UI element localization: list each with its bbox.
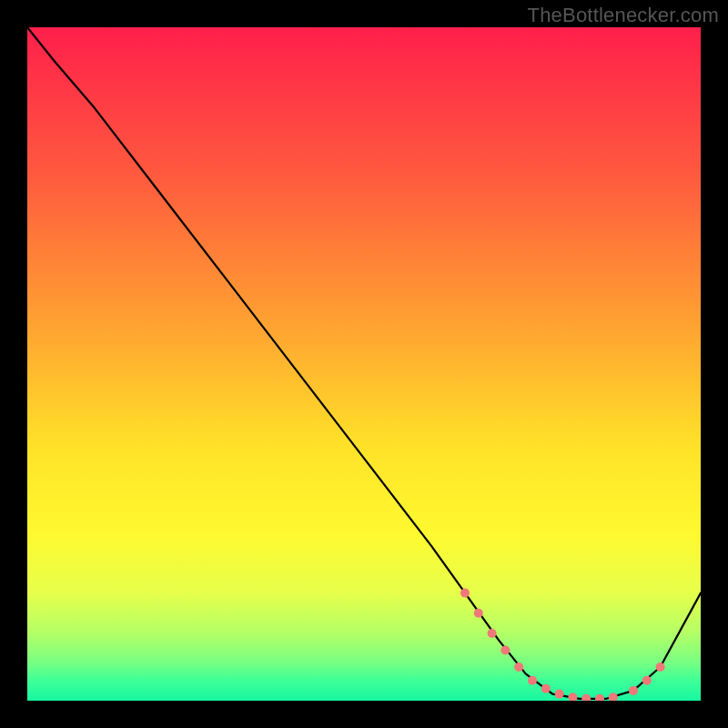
highlight-marker (656, 662, 665, 672)
highlight-marker (629, 686, 638, 695)
highlight-marker (474, 609, 483, 618)
chart-frame: TheBottlenecker.com (0, 0, 728, 728)
highlight-marker (642, 676, 652, 685)
gradient-background (27, 27, 701, 701)
highlight-marker (528, 676, 537, 685)
highlight-marker (514, 662, 523, 672)
highlight-marker (555, 690, 564, 699)
highlight-marker (488, 629, 497, 638)
highlight-marker (500, 646, 510, 655)
plot-area (27, 27, 701, 701)
highlight-marker (460, 589, 470, 598)
bottleneck-chart (27, 27, 701, 701)
highlight-marker (541, 684, 551, 693)
watermark-label: TheBottlenecker.com (528, 4, 719, 27)
